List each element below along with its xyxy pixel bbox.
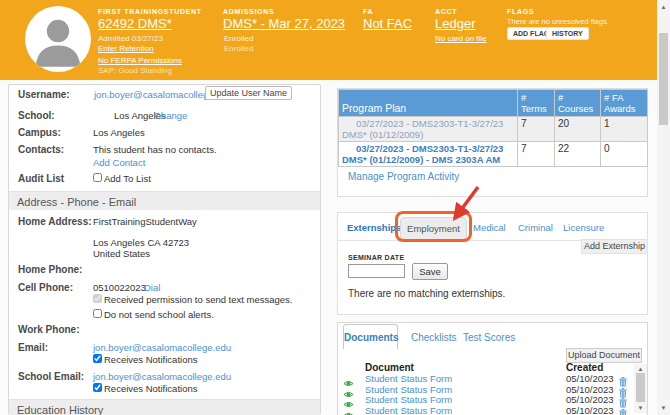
education-section-bar: Education History [9, 399, 320, 415]
document-link[interactable]: Student Status Form [365, 373, 452, 384]
document-created: 05/10/2023 [566, 405, 614, 415]
school-email-label: School Email: [18, 371, 84, 382]
delete-document-icon[interactable] [619, 405, 627, 415]
col-header-fa-awards: # FA Awards [601, 90, 648, 117]
document-link[interactable]: Student Status Form [365, 394, 452, 405]
tab-externships[interactable]: Externships [347, 222, 401, 233]
admissions-status-1: Enrolled [224, 34, 253, 43]
manage-program-activity-link[interactable]: Manage Program Activity [348, 171, 459, 182]
document-link[interactable]: Student Status Form [365, 405, 452, 415]
fa-label: FA [363, 8, 373, 15]
document-row: Student Status Form 05/10/2023 [338, 373, 634, 384]
fa-status-link[interactable]: Not FAC [363, 16, 412, 31]
acct-label: ACCT [435, 8, 457, 15]
ledger-link[interactable]: Ledger [435, 16, 475, 31]
text-permission-label: Received permission to send text message… [104, 294, 293, 305]
school-label: School: [18, 110, 55, 121]
audit-list-label: Audit List [18, 173, 64, 184]
externships-panel: Externships Employment Medical Criminal … [337, 212, 648, 315]
email-label: Email: [18, 342, 48, 353]
scroll-up-icon[interactable]: ▲ [657, 2, 670, 12]
student-id-link[interactable]: 62492 DMS* [98, 16, 172, 31]
documents-column-header: Document [365, 362, 414, 373]
document-row: Student Status Form 05/10/2023 [338, 394, 634, 405]
add-to-list-label: Add To List [104, 173, 151, 184]
card-on-file-link[interactable]: No card on file [435, 34, 487, 43]
home-address-line1: FirstTrainingStudentWay [93, 216, 197, 227]
no-alerts-checkbox[interactable] [93, 309, 102, 318]
program-plan-link-1[interactable]: 03/27/2023 - DMS2303-T1-3/27/23 DMS* (01… [342, 118, 514, 140]
work-phone-label: Work Phone: [18, 324, 79, 335]
text-permission-checkbox [93, 294, 102, 303]
col-header-program-plan: Program Plan [339, 90, 518, 117]
view-document-icon[interactable] [343, 406, 354, 415]
history-button[interactable]: HISTORY [546, 27, 589, 40]
created-column-header: Created [566, 362, 603, 373]
email-value-link[interactable]: jon.boyer@casalomacollege.edu [93, 342, 231, 353]
page-scrollbar[interactable]: ▲ ▼ [657, 0, 670, 415]
save-button[interactable]: Save [412, 263, 448, 280]
documents-scrollbar[interactable]: ▲ ▼ [634, 364, 647, 413]
courses-value: 22 [555, 142, 601, 167]
admissions-program-link[interactable]: DMS* - Mar 27, 2023 [223, 16, 345, 31]
add-to-list-checkbox[interactable] [93, 173, 102, 182]
fa-awards-value: 1 [601, 117, 648, 142]
student-name-label: FIRST TRAININGSTUDENT [98, 8, 202, 15]
add-contact-link[interactable]: Add Contact [93, 157, 145, 168]
flags-message: There are no unresolved flags. [507, 17, 609, 26]
cell-phone-value: 0510022023 [93, 282, 146, 293]
upload-document-button[interactable]: Upload Document [566, 348, 642, 363]
school-change-link[interactable]: Change [154, 110, 187, 121]
tab-documents[interactable]: Documents [343, 324, 398, 349]
document-link[interactable]: Student Status Form [365, 384, 452, 395]
school-email-notifications-checkbox[interactable] [93, 383, 102, 392]
tab-employment[interactable]: Employment [400, 217, 467, 240]
page-scrollbar-thumb[interactable] [659, 33, 668, 125]
program-plan-table: Program Plan # Terms # Courses # FA Awar… [338, 89, 648, 167]
scroll-down-icon[interactable]: ▼ [634, 403, 647, 413]
email-notifications-label: Receives Notifications [104, 354, 197, 365]
admissions-label: ADMISSIONS [223, 8, 274, 15]
student-avatar [25, 6, 91, 72]
tab-criminal[interactable]: Criminal [518, 222, 553, 233]
dial-link[interactable]: Dial [144, 282, 160, 293]
school-email-notifications-label: Receives Notifications [104, 383, 197, 394]
add-externship-button[interactable]: Add Externship [581, 239, 648, 254]
home-phone-label: Home Phone: [18, 264, 82, 275]
campus-value: Los Angeles [93, 127, 145, 138]
document-created: 05/10/2023 [566, 394, 614, 405]
flags-label: FLAGS [507, 8, 534, 15]
courses-value: 20 [555, 117, 601, 142]
student-profile-screen: FIRST TRAININGSTUDENT 62492 DMS* Admitte… [0, 0, 670, 415]
email-notifications-checkbox[interactable] [93, 354, 102, 363]
document-created: 05/10/2023 [566, 373, 614, 384]
school-email-value-link[interactable]: jon.boyer@casalomacollege.edu [93, 371, 231, 382]
tab-checklists[interactable]: Checklists [411, 332, 457, 343]
document-row: Student Status Form 05/10/2023 [338, 405, 634, 415]
tab-test-scores[interactable]: Test Scores [463, 332, 515, 343]
program-plan-row: 03/27/2023 - DMS2303-T1-3/27/23 DMS* (01… [339, 117, 648, 142]
ferpa-permissions-link[interactable]: No FERPA Permissions [98, 56, 182, 65]
scroll-down-icon[interactable]: ▼ [657, 403, 670, 413]
education-section-title: Education History [9, 400, 320, 415]
seminar-date-input[interactable] [348, 264, 405, 278]
sap-status: SAP: Good Standing [98, 66, 172, 75]
home-address-label: Home Address: [18, 216, 92, 227]
terms-value: 7 [518, 117, 555, 142]
enter-retention-link[interactable]: Enter Retention [98, 44, 154, 53]
documents-panel: Documents Checklists Test Scores Upload … [337, 322, 648, 415]
fa-awards-value: 0 [601, 142, 648, 167]
update-username-button[interactable]: Update User Name [205, 86, 292, 100]
contacts-label: Contacts: [18, 144, 64, 155]
student-details-panel: Username: jon.boyer@casalomacollege.edu … [8, 84, 321, 415]
program-plan-panel: Program Plan # Terms # Courses # FA Awar… [337, 88, 648, 197]
student-banner: FIRST TRAININGSTUDENT 62492 DMS* Admitte… [0, 0, 657, 80]
tab-medical[interactable]: Medical [473, 222, 506, 233]
tab-licensure[interactable]: Licensure [563, 222, 604, 233]
username-label: Username: [18, 89, 70, 100]
documents-scrollbar-thumb[interactable] [636, 373, 645, 402]
col-header-courses: # Courses [555, 90, 601, 117]
address-section-title: Address - Phone - Email [9, 192, 320, 208]
terms-value: 7 [518, 142, 555, 167]
program-plan-link-2[interactable]: 03/27/2023 - DMS2303-T1-3/27/23 DMS* (01… [342, 143, 514, 165]
